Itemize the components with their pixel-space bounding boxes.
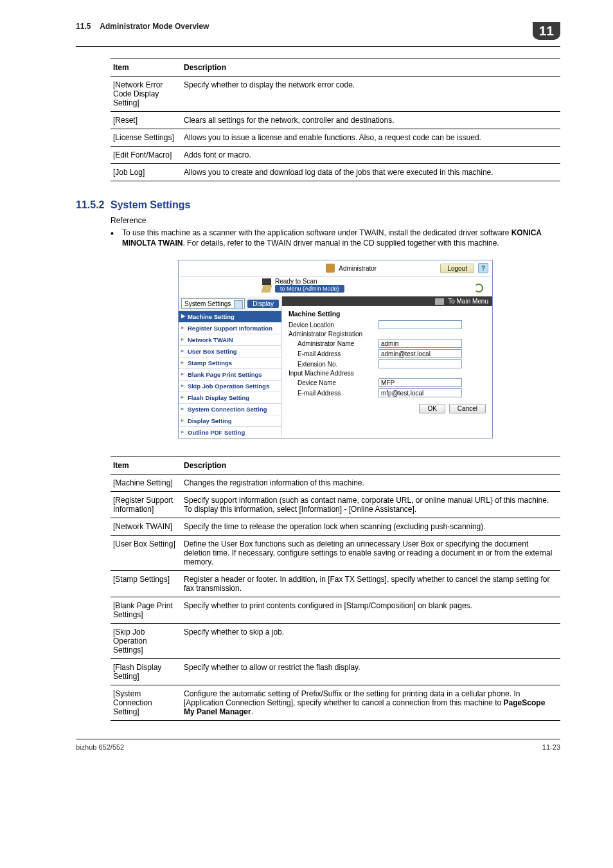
form-input[interactable]: mfp@test.local — [378, 388, 462, 397]
form-row: Extension No. — [289, 359, 486, 368]
table-cell-item: [User Box Setting] — [111, 536, 181, 571]
help-icon[interactable]: ? — [478, 263, 488, 273]
sidebar-item[interactable]: Display Setting — [179, 415, 281, 426]
table-row: [Stamp Settings]Register a header or foo… — [111, 571, 560, 597]
table-cell-item: [License Settings] — [111, 129, 181, 147]
form-input[interactable]: MFP — [378, 378, 462, 387]
reference-text: To use this machine as a scanner with th… — [122, 228, 560, 248]
form-row: Administrator Nameadmin — [289, 339, 486, 348]
table-row: [Network TWAIN]Specify the time to relea… — [111, 518, 560, 536]
form-row: Input Machine Address — [289, 370, 486, 377]
form-title: Machine Setting — [289, 310, 486, 318]
sidebar-item[interactable]: User Box Setting — [179, 345, 281, 357]
table-row: [Machine Setting]Changes the registratio… — [111, 475, 560, 492]
administrator-text: Administrator — [339, 265, 377, 272]
table-cell-item: [System Connection Setting] — [111, 685, 181, 721]
table-cell-desc: Allows you to create and download log da… — [181, 164, 560, 181]
form-input[interactable] — [378, 320, 462, 329]
form-row: E-mail Addressadmin@test.local — [289, 349, 486, 358]
dropdown-value: System Settings — [184, 300, 231, 307]
form-label: Administrator Registration — [289, 330, 378, 338]
sidebar-item[interactable]: Machine Setting — [179, 311, 281, 322]
table-cell-desc: Specify whether to display the network e… — [181, 77, 560, 112]
table-cell-item: [Network TWAIN] — [111, 518, 181, 536]
form-input[interactable]: admin — [378, 339, 462, 348]
cancel-button[interactable]: Cancel — [449, 404, 486, 413]
settings-table-2: Item Description [Machine Setting]Change… — [111, 457, 560, 721]
table-cell-desc: Specify support information (such as con… — [181, 492, 560, 518]
table1-header-item: Item — [111, 59, 181, 77]
table-cell-desc: Define the User Box functions such as de… — [181, 536, 560, 571]
table-cell-item: [Stamp Settings] — [111, 571, 181, 597]
table-row: [System Connection Setting]Configure the… — [111, 685, 560, 721]
sidebar-item[interactable]: Register Support Information — [179, 322, 281, 334]
chapter-badge: 11 — [533, 22, 560, 40]
header-rule — [76, 46, 560, 47]
table2-header-desc: Description — [181, 457, 560, 475]
table-row: [User Box Setting]Define the User Box fu… — [111, 536, 560, 571]
table-cell-desc: Changes the registration information of … — [181, 475, 560, 492]
table-row: [License Settings]Allows you to issue a … — [111, 129, 560, 147]
table1-header-desc: Description — [181, 59, 560, 77]
table-cell-item: [Machine Setting] — [111, 475, 181, 492]
sidebar-item[interactable]: Stamp Settings — [179, 357, 281, 368]
form-input[interactable]: admin@test.local — [378, 349, 462, 358]
table-cell-item: [Blank Page Print Settings] — [111, 597, 181, 624]
logout-button[interactable]: Logout — [440, 264, 474, 273]
side-nav: Machine SettingRegister Support Informat… — [179, 311, 281, 438]
section-number: 11.5 — [76, 22, 91, 31]
ok-button[interactable]: OK — [419, 404, 445, 413]
form-row: E-mail Addressmfp@test.local — [289, 388, 486, 397]
sidebar-item[interactable]: Flash Display Setting — [179, 392, 281, 403]
table-row: [Edit Font/Macro]Adds font or macro. — [111, 147, 560, 164]
form-label: Device Name — [289, 379, 378, 386]
form-input[interactable] — [378, 359, 462, 368]
admin-label: Administrator — [326, 264, 377, 273]
table-row: [Blank Page Print Settings]Specify wheth… — [111, 597, 560, 624]
table-cell-desc: Allows you to issue a license and enable… — [181, 129, 560, 147]
sidebar-item[interactable]: Outline PDF Setting — [179, 426, 281, 438]
form-row: Device Location — [289, 320, 486, 329]
status-menu[interactable]: to Menu (Admin Mode) — [262, 285, 488, 293]
table-cell-desc: Clears all settings for the network, con… — [181, 112, 560, 129]
reference-label: Reference — [111, 216, 560, 225]
status-ready: Ready to Scan — [262, 278, 488, 285]
footer-right: 11-23 — [542, 743, 560, 751]
table-row: [Job Log]Allows you to create and downlo… — [111, 164, 560, 181]
form-label: Input Machine Address — [289, 370, 378, 377]
main-menu-icon — [435, 298, 444, 305]
administrator-icon — [326, 264, 335, 273]
bullet-dot-icon — [111, 228, 122, 248]
sidebar-item[interactable]: Skip Job Operation Settings — [179, 380, 281, 392]
footer-left: bizhub 652/552 — [76, 743, 124, 751]
sidebar-item[interactable]: System Connection Setting — [179, 403, 281, 415]
form-label: Extension No. — [289, 361, 378, 368]
sidebar-item[interactable]: Network TWAIN — [179, 334, 281, 345]
table-cell-item: [Reset] — [111, 112, 181, 129]
table-row: [Flash Display Setting]Specify whether t… — [111, 659, 560, 685]
table2-header-item: Item — [111, 457, 181, 475]
table-cell-item: [Flash Display Setting] — [111, 659, 181, 685]
form-label: Administrator Name — [289, 340, 378, 347]
subheading: 11.5.2 System Settings — [76, 199, 560, 211]
subheading-title: System Settings — [111, 199, 190, 211]
table-cell-item: [Edit Font/Macro] — [111, 147, 181, 164]
display-button[interactable]: Display — [247, 300, 279, 308]
main-menu-text: To Main Menu — [448, 298, 488, 305]
status-ready-text: Ready to Scan — [275, 278, 317, 285]
settings-dropdown[interactable]: System Settings — [181, 298, 245, 309]
main-menu-bar[interactable]: To Main Menu — [282, 296, 492, 306]
form-label: Device Location — [289, 321, 378, 329]
table-cell-desc: Register a header or footer. In addition… — [181, 571, 560, 597]
subheading-number: 11.5.2 — [76, 199, 111, 211]
embedded-screenshot: Administrator Logout ? Ready to Scan to … — [178, 260, 493, 439]
reference-text-pre: To use this machine as a scanner with th… — [122, 228, 511, 237]
table-cell-desc: Adds font or macro. — [181, 147, 560, 164]
form-label: E-mail Address — [289, 350, 378, 357]
table-cell-desc: Specify whether to print contents config… — [181, 597, 560, 624]
table-row: [Network Error Code Display Setting]Spec… — [111, 77, 560, 112]
table-cell-item: [Register Support Information] — [111, 492, 181, 518]
table-row: [Reset]Clears all settings for the netwo… — [111, 112, 560, 129]
table-row: [Skip Job Operation Settings]Specify whe… — [111, 624, 560, 659]
sidebar-item[interactable]: Blank Page Print Settings — [179, 368, 281, 380]
